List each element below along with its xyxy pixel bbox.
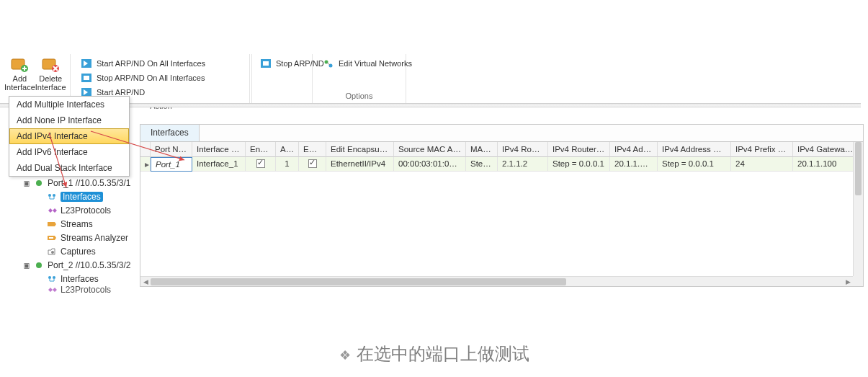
add-interface-dropdown: Add Multiple Interfaces Add None IP Inte… [9,96,130,177]
column-header[interactable]: Add... [276,142,299,157]
cell-enable[interactable] [246,157,276,172]
column-header[interactable] [140,142,151,157]
column-header[interactable]: MAC A... [466,142,498,157]
cell-ipv4-address[interactable]: 20.1.1.200 [610,157,658,172]
column-header[interactable]: Enabl... [299,142,326,157]
stop-icon [260,58,272,68]
column-header[interactable]: IPv4 Address Modifi... [658,142,731,157]
menu-add-multiple[interactable]: Add Multiple Interfaces [9,97,129,112]
cell-prefix-length[interactable]: 24 [731,157,793,172]
menu-add-dual-stack[interactable]: Add Dual Stack Interface [9,160,129,176]
column-header[interactable]: Interface Name [192,142,246,157]
tree-l23-label: L23Protocols [61,205,111,216]
status-dot-icon [33,260,45,270]
tree-interfaces-2[interactable]: Interfaces [9,272,137,285]
tree-streams-label: Streams [61,219,93,229]
tree-port2[interactable]: ▣ Port_2 //10.0.5.35/3/2 [9,258,137,272]
scroll-thumb[interactable] [151,278,566,285]
start-arp-all-label: Start ARP/ND On All Interfaces [97,59,205,68]
stop-arp-all-button[interactable]: Stop ARP/ND On All Interfaces [78,71,208,84]
svg-rect-6 [84,76,89,80]
start-arp-all-button[interactable]: Start ARP/ND On All Interfaces [78,57,208,70]
column-header[interactable]: IPv4 Router ID M... [548,142,610,157]
streams-icon [46,219,58,229]
delete-interface-button[interactable]: DeleteInterface [35,56,66,92]
protocol-icon [46,285,58,294]
interfaces-table-panel: Interfaces Port NameInterface NameEnable… [140,124,864,287]
scroll-right-icon[interactable]: ▶ [843,278,853,285]
cell-port-name[interactable]: Port_1 [151,157,192,172]
tree-l23-1[interactable]: L23Protocols [9,203,137,217]
svg-rect-9 [263,61,269,66]
tree-port1[interactable]: ▣ Port_1 //10.0.5.35/3/1 [9,176,137,190]
svg-point-19 [51,251,54,254]
column-header[interactable]: IPv4 Gateway Addres... [793,142,862,157]
tree-captures-label: Captures [61,247,96,257]
menu-add-ipv6[interactable]: Add IPv6 Interface [9,144,129,160]
column-header[interactable]: Source MAC Address [394,142,466,157]
navigation-tree: Ports ▣ Port_1 //10.0.5.35/3/1 Interface… [9,162,137,294]
tree-interfaces-label: Interfaces [61,192,103,202]
tree-interfaces2-label: Interfaces [61,274,99,284]
tree-l23-2[interactable]: L23Protocols [9,285,137,294]
svg-rect-18 [49,237,53,239]
table-tabs: Interfaces [140,125,863,142]
cell-interface-name[interactable]: Interface_1 [192,157,246,172]
tree-interfaces-1[interactable]: Interfaces [9,190,137,203]
tree-port2-label: Port_2 //10.0.5.35/3/2 [48,260,130,270]
analyzer-icon [46,233,58,243]
delete-interface-label: DeleteInterface [35,74,66,92]
scroll-corner [853,276,863,286]
ribbon-toolbar: AddInterface DeleteInterface Start ARP/N… [0,54,868,103]
cell-mac-a[interactable]: Step = ... [466,157,498,172]
column-header[interactable]: IPv4 Router ID [498,142,548,157]
slide-caption: ❖在选中的端口上做测试 [0,342,868,365]
row-marker: ▸ [140,157,151,172]
edit-virtual-networks-button[interactable]: Edit Virtual Networks [320,57,415,70]
edit-virtual-label: Edit Virtual Networks [339,59,412,68]
svg-point-22 [53,276,55,279]
add-interface-icon [8,57,31,73]
collapse-icon[interactable]: ▣ [23,260,30,270]
cell-source-mac[interactable]: 00:00:03:01:01:02 [394,157,466,172]
cell-router-id[interactable]: 2.1.1.2 [498,157,548,172]
tree-streams-1[interactable]: Streams [9,217,137,231]
cell-ipv4-address-mod[interactable]: Step = 0.0.0.1 [658,157,731,172]
delete-interface-icon [39,57,62,73]
scroll-thumb[interactable] [855,142,862,195]
interfaces-icon [46,192,58,202]
cell-router-id-mod[interactable]: Step = 0.0.0.1 [548,157,610,172]
svg-point-16 [48,194,51,197]
column-header[interactable]: Port Name [151,142,192,157]
status-dot-icon [33,178,45,188]
cell-enable2[interactable] [299,157,326,172]
interfaces-grid: Port NameInterface NameEnable ...Add...E… [140,142,863,172]
collapse-icon[interactable]: ▣ [23,178,30,188]
column-header[interactable]: IPv4 Address [610,142,658,157]
cell-encapsulation[interactable]: EthernetII/IPv4 [326,157,394,172]
horizontal-scrollbar[interactable]: ◀ ▶ [140,276,853,286]
column-header[interactable]: IPv4 Prefix Length [731,142,793,157]
tree-streams-analyzer-1[interactable]: Streams Analyzer [9,231,137,244]
protocol-icon [46,205,58,216]
tree-l23-2-label: L23Protocols [61,285,111,294]
play-icon [81,58,92,68]
svg-point-17 [53,194,55,197]
cell-add[interactable]: 1 [276,157,299,172]
vertical-scrollbar[interactable] [853,142,863,276]
tab-interfaces[interactable]: Interfaces [140,125,200,141]
tree-captures-1[interactable]: Captures [9,244,137,258]
network-icon [323,58,334,68]
bullet-icon: ❖ [339,348,351,363]
menu-add-none-ip[interactable]: Add None IP Interface [9,112,129,128]
ribbon-group-options-label: Options [313,90,406,103]
menu-add-ipv4[interactable]: Add IPv4 Interface [9,128,129,144]
cell-gateway[interactable]: 20.1.1.100 [793,157,862,172]
interfaces-icon [46,274,58,284]
scroll-left-icon[interactable]: ◀ [140,278,151,285]
column-header[interactable]: Edit Encapsulation [326,142,394,157]
stop-icon [81,73,92,83]
column-header[interactable]: Enable ... [246,142,276,157]
svg-point-21 [48,276,51,279]
svg-point-20 [36,262,42,268]
